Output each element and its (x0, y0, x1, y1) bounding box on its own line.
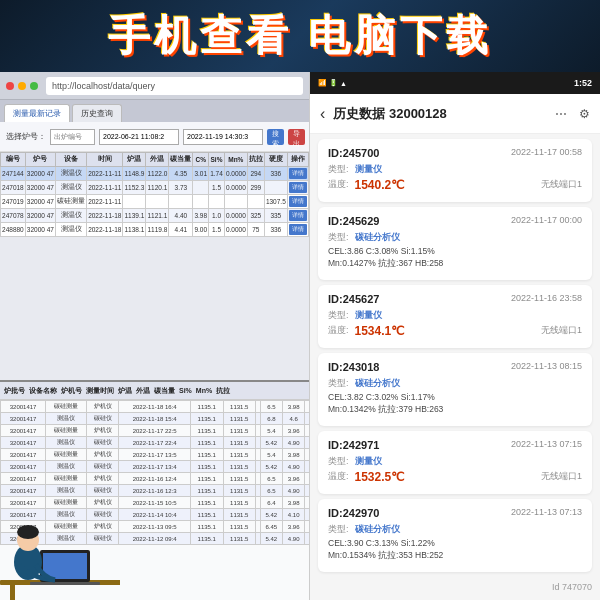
col-furnace: 炉号 (25, 153, 55, 167)
search-input-date-end[interactable] (183, 129, 263, 145)
left-panel: http://localhost/data/query 测量最新记录 历史查询 … (0, 72, 310, 600)
table-row: 24707832000 47测温仪2022-11-181139.11121.14… (1, 209, 309, 223)
mobile-list: ID:2457002022-11-17 00:58类型: 测量仪温度: 1540… (310, 134, 600, 600)
table-row: 32001417碳硅测量炉机仪2022-11-16 12:41135.11131… (1, 473, 310, 485)
person-silhouette (0, 510, 120, 600)
list-item[interactable]: ID:2456272022-11-16 23:58类型: 测量仪温度: 1534… (318, 285, 592, 348)
col-mn: Mn% (224, 153, 247, 167)
table-row: 24714432000 47测温仪2022-11-111148.91122.04… (1, 167, 309, 181)
table-row: 32001417测温仪碳硅仪2022-11-16 12:31135.11131.… (1, 485, 310, 497)
col-op: 操作 (287, 153, 308, 167)
search-input-date-start[interactable] (99, 129, 179, 145)
tab-recent[interactable]: 测量最新记录 (4, 104, 70, 122)
browser-dot-max (30, 82, 38, 90)
back-button[interactable]: ‹ (320, 105, 325, 123)
table-row: 32001417测温仪碳硅仪2022-11-17 22:41135.11131.… (1, 437, 310, 449)
item-time: 2022-11-13 08:15 (511, 361, 582, 371)
list-item[interactable]: ID:2430182022-11-13 08:15类型: 碳硅分析仪CEL:3.… (318, 353, 592, 426)
table-row: 32001417测温仪碳硅仪2022-11-17 13:41135.11131.… (1, 461, 310, 473)
menu-icon[interactable]: ⋯ (555, 107, 567, 121)
detail-button[interactable]: 详情 (289, 224, 307, 235)
search-button[interactable]: 搜索 (267, 129, 284, 145)
table-row: 24701832000 47测温仪2022-11-111152.31120.13… (1, 181, 309, 195)
browser-dot-close (6, 82, 14, 90)
settings-icon[interactable]: ⚙ (579, 107, 590, 121)
svg-rect-3 (43, 553, 87, 579)
table-row: 32001417碳硅测量炉机仪2022-11-18 16:41135.11131… (1, 401, 310, 413)
table-row: 24701932000 47碳硅测量2022-11-111307.5详情 (1, 195, 309, 209)
detail-button[interactable]: 详情 (289, 168, 307, 179)
list-item[interactable]: ID:2429712022-11-13 07:15类型: 测量仪温度: 1532… (318, 431, 592, 494)
mobile-status-bar: 📶 🔋 ▲ 1:52 (310, 72, 600, 94)
svg-rect-4 (30, 582, 100, 585)
col-t1: 炉温 (123, 153, 146, 167)
item-id: ID:245700 (328, 147, 379, 159)
col-t2: 外温 (146, 153, 169, 167)
list-item[interactable]: ID:2456292022-11-17 00:00类型: 碳硅分析仪CEL:3.… (318, 207, 592, 280)
col-id: 编号 (1, 153, 26, 167)
item-temp: 1534.1℃ (355, 324, 405, 338)
top-banner: 手机查看 电脑下载 (0, 0, 600, 72)
nav-tabs: 测量最新记录 历史查询 (0, 100, 309, 122)
item-id: ID:242970 (328, 507, 379, 519)
status-left: 📶 🔋 ▲ (318, 79, 347, 87)
tab-history[interactable]: 历史查询 (72, 104, 122, 122)
person-overlay (0, 510, 120, 600)
right-panel: 📶 🔋 ▲ 1:52 ‹ 历史数据 32000128 ⋯ ⚙ ID:245700… (310, 72, 600, 600)
browser-dot-min (18, 82, 26, 90)
col-p: 抗拉 (247, 153, 264, 167)
list-item[interactable]: ID:2457002022-11-17 00:58类型: 测量仪温度: 1540… (318, 139, 592, 202)
mobile-title: 历史数据 32000128 (333, 105, 446, 123)
item-temp: 1540.2℃ (355, 178, 405, 192)
search-bar: 选择炉号： 搜索 导出 (0, 122, 309, 152)
item-time: 2022-11-17 00:00 (511, 215, 582, 225)
upper-table: 编号 炉号 设备 时间 炉温 外温 碳当量 C% Si% Mn% 抗拉 硬度 操… (0, 152, 309, 237)
browser-bar: http://localhost/data/query (0, 72, 309, 100)
item-time: 2022-11-17 00:58 (511, 147, 582, 157)
item-time: 2022-11-13 07:13 (511, 507, 582, 517)
item-time: 2022-11-16 23:58 (511, 293, 582, 303)
item-id: ID:245627 (328, 293, 379, 305)
mobile-header: ‹ 历史数据 32000128 ⋯ ⚙ (310, 94, 600, 134)
col-ce: 碳当量 (169, 153, 193, 167)
item-id: ID:242971 (328, 439, 379, 451)
col-device: 设备 (56, 153, 87, 167)
svg-point-7 (17, 525, 39, 539)
item-id: ID:245629 (328, 215, 379, 227)
svg-rect-1 (10, 585, 15, 600)
table-row: 32001417碳硅测量炉机仪2022-11-17 22:51135.11131… (1, 425, 310, 437)
table-row: 32001417测温仪碳硅仪2022-11-18 15:41135.11131.… (1, 413, 310, 425)
table-row: 32001417碳硅测量炉机仪2022-11-17 13:51135.11131… (1, 449, 310, 461)
table-row: 32001417碳硅测量炉机仪2022-11-15 10:51135.11131… (1, 497, 310, 509)
browser-url[interactable]: http://localhost/data/query (46, 77, 303, 95)
item-time: 2022-11-13 07:15 (511, 439, 582, 449)
search-input-furnace[interactable] (50, 129, 95, 145)
status-time: 1:52 (574, 78, 592, 88)
main-content: http://localhost/data/query 测量最新记录 历史查询 … (0, 72, 600, 600)
col-c: C% (193, 153, 209, 167)
col-hb: 硬度 (264, 153, 287, 167)
col-date: 时间 (87, 153, 123, 167)
col-si: Si% (209, 153, 225, 167)
id-watermark: Id 747070 (552, 582, 592, 592)
bottom-table-section: 炉批号 设备名称 炉机号 测量时间 炉温 外温 碳当量 Si% Mn% 抗拉 3… (0, 380, 310, 600)
detail-button[interactable]: 详情 (289, 196, 307, 207)
detail-button[interactable]: 详情 (289, 210, 307, 221)
list-item[interactable]: ID:2429702022-11-13 07:13类型: 碳硅分析仪CEL:3.… (318, 499, 592, 572)
export-button[interactable]: 导出 (288, 129, 305, 145)
item-temp: 1532.5℃ (355, 470, 405, 484)
bottom-table-header: 炉批号 设备名称 炉机号 测量时间 炉温 外温 碳当量 Si% Mn% 抗拉 (0, 382, 310, 400)
item-id: ID:243018 (328, 361, 379, 373)
data-table-upper: 编号 炉号 设备 时间 炉温 外温 碳当量 C% Si% Mn% 抗拉 硬度 操… (0, 152, 309, 317)
detail-button[interactable]: 详情 (289, 182, 307, 193)
table-row: 24888032000 47测温仪2022-11-181138.11119.84… (1, 223, 309, 237)
search-label: 选择炉号： (6, 131, 46, 142)
banner-text: 手机查看 电脑下载 (108, 8, 492, 64)
